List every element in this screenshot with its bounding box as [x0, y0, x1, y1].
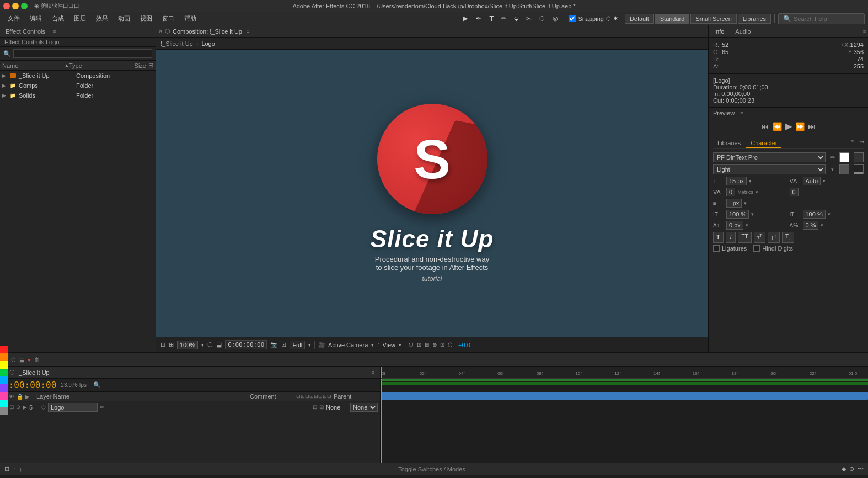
ts-btn-italic[interactable]: T — [726, 232, 736, 243]
viewer-btn-3d[interactable]: ⬡ — [409, 342, 414, 348]
viewer-btn-rulers[interactable]: ⊞ — [425, 342, 429, 348]
tool-cam[interactable]: ◎ — [549, 14, 561, 23]
tab-character[interactable]: Character — [746, 139, 781, 148]
viewer-btn-fit[interactable]: ⬡ — [207, 341, 213, 348]
ts-btn-allcaps[interactable]: TT — [738, 232, 751, 243]
font-size-val[interactable]: 15 px — [726, 177, 747, 185]
menu-window[interactable]: 窗口 — [158, 13, 179, 24]
toggle-switches-label[interactable]: Toggle Switches / Modes — [398, 466, 465, 472]
close-btn[interactable] — [3, 3, 10, 9]
bt-btn-down[interactable]: ↓ — [19, 466, 23, 472]
viewer-view-arrow[interactable]: ▾ — [399, 342, 401, 348]
comp-tab-label[interactable]: Composition: !_Slice it Up — [173, 28, 242, 35]
tool-brush[interactable]: ✏ — [498, 14, 510, 23]
viewer-zoom[interactable]: 100% — [177, 341, 198, 349]
color-swatch-dark[interactable] — [854, 152, 864, 162]
tracking-arrow[interactable]: ▾ — [823, 178, 826, 184]
tab-effect-controls[interactable]: Effect Controls — [0, 27, 51, 36]
char-expand[interactable]: ⇥ — [859, 139, 864, 148]
viewer-exposure[interactable]: +0.0 — [458, 342, 470, 348]
scale-h-arrow[interactable]: ▾ — [751, 211, 754, 217]
tl-panel-icon-2[interactable]: ⬡ — [11, 357, 16, 363]
menu-layer[interactable]: 图层 — [69, 13, 90, 24]
tab-close-btn[interactable]: ✕ — [158, 28, 163, 34]
ts-btn-sub[interactable]: T↓ — [782, 232, 794, 243]
minimize-btn[interactable] — [12, 3, 19, 9]
tl-btn-lock[interactable]: 🔒 — [17, 394, 23, 400]
workspace-standard[interactable]: Standard — [655, 14, 690, 24]
tl-layer-solo[interactable]: ⊙ — [16, 404, 20, 410]
workspace-libraries[interactable]: Libraries — [738, 14, 771, 24]
maximize-btn[interactable] — [21, 3, 28, 9]
expand-arrow-2[interactable]: ▶ — [2, 93, 9, 98]
panel-menu-icon[interactable]: ≡ — [51, 29, 58, 34]
comp-tab-menu[interactable]: ≡ — [247, 28, 250, 34]
viewer-btn-snapshot[interactable]: 📷 — [270, 341, 278, 348]
tracking-val[interactable]: Auto — [803, 177, 821, 185]
leading-arrow[interactable]: ▾ — [744, 200, 747, 206]
tl-btn-play[interactable]: ▶ — [25, 394, 30, 400]
project-item-solids[interactable]: ▶ 📁 Solids Folder — [0, 91, 156, 100]
viewer-view[interactable]: 1 View — [377, 342, 395, 348]
tool-scissors[interactable]: ✂ — [523, 14, 535, 24]
tl-record-btn[interactable]: ● — [28, 357, 31, 363]
tl-search-btn[interactable]: 🔍 — [93, 381, 101, 389]
kerning-val[interactable]: 0 — [726, 188, 735, 196]
kerning-arrow[interactable]: ▾ — [756, 189, 758, 195]
bt-btn-new[interactable]: ⊞ — [4, 465, 9, 472]
tl-panel-icon-3[interactable]: ⬓ — [19, 357, 24, 363]
ts-btn-super[interactable]: T↑ — [768, 232, 780, 243]
expand-arrow-1[interactable]: ▶ — [2, 83, 9, 88]
char-panel-menu[interactable]: ≡ — [849, 139, 856, 148]
viewer-camera-arrow[interactable]: ▾ — [371, 342, 374, 348]
tl-layer-audio[interactable]: ⊡ — [9, 404, 14, 410]
tl-layer-play-btn[interactable]: ▶ — [23, 404, 27, 410]
font-edit-icon[interactable]: ✏ — [830, 154, 835, 161]
menu-view[interactable]: 视图 — [136, 13, 157, 24]
tl-layer-pencil[interactable]: ✏ — [100, 404, 104, 410]
viewer-btn-guides[interactable]: ⊡ — [417, 342, 421, 348]
tl-layer-bar-full[interactable] — [381, 392, 868, 400]
menu-comp[interactable]: 合成 — [47, 13, 68, 24]
viewer-btn-home[interactable]: ⊡ — [160, 341, 165, 348]
leading-val[interactable]: - px — [726, 199, 742, 208]
menu-help[interactable]: 帮助 — [180, 13, 201, 24]
workspace-default[interactable]: Default — [625, 14, 654, 24]
ts-btn-bold[interactable]: T — [713, 232, 724, 243]
tool-shape[interactable]: ⬡ — [536, 14, 548, 23]
tl-btn-hide[interactable]: 👁 — [9, 394, 14, 400]
tool-pen[interactable]: ✒ — [472, 13, 485, 24]
tool-text[interactable]: T — [486, 13, 497, 24]
scale-v-arrow[interactable]: ▾ — [828, 211, 831, 217]
breadcrumb-current[interactable]: Logo — [201, 40, 215, 47]
tl-comp-menu[interactable]: ≡ — [369, 370, 377, 375]
tl-parent-select[interactable]: None — [350, 403, 378, 412]
tl-time-display[interactable]: 0:00:00:00 — [3, 380, 56, 390]
expand-arrow-0[interactable]: ▶ — [2, 73, 9, 78]
baseline-val[interactable]: 0 px — [726, 221, 743, 230]
search-input[interactable] — [794, 15, 860, 22]
menu-edit[interactable]: 编辑 — [25, 13, 46, 24]
viewer-zoom-arrow[interactable]: ▾ — [201, 342, 204, 348]
bt-btn-motion[interactable]: ⊙ — [849, 465, 854, 472]
font-style-arrow[interactable]: ▾ — [831, 167, 834, 172]
project-item-comps[interactable]: ▶ 📁 Comps Folder — [0, 81, 156, 91]
tool-stamp[interactable]: ⬙ — [511, 14, 522, 23]
viewer-btn-gl[interactable]: ⬡ — [448, 342, 453, 348]
bt-btn-up[interactable]: ↑ — [13, 466, 16, 472]
tab-info[interactable]: Info — [709, 27, 730, 36]
viewer-btn-grid2[interactable]: ⊕ — [432, 342, 437, 348]
prev-btn-next[interactable]: ⏩ — [795, 122, 805, 131]
tool-select[interactable]: ▶ — [460, 14, 471, 23]
scale-h-val[interactable]: 100 % — [726, 210, 749, 219]
tl-layer-name-input[interactable] — [48, 403, 98, 412]
font-name-select[interactable]: PF DinText Pro — [713, 152, 826, 162]
right-panel-menu[interactable]: ≡ — [861, 29, 868, 34]
bt-btn-wave[interactable]: 〜 — [858, 465, 864, 473]
grid-view-btn[interactable]: ⊞ — [148, 62, 153, 69]
kerning-num-val[interactable]: 0 — [790, 188, 799, 196]
viewer-btn-grid[interactable]: ⊞ — [169, 341, 174, 348]
font-style-select[interactable]: Light — [713, 164, 826, 174]
hindi-digits-checkbox[interactable] — [753, 245, 760, 252]
baseline-arrow[interactable]: ▾ — [746, 222, 748, 228]
